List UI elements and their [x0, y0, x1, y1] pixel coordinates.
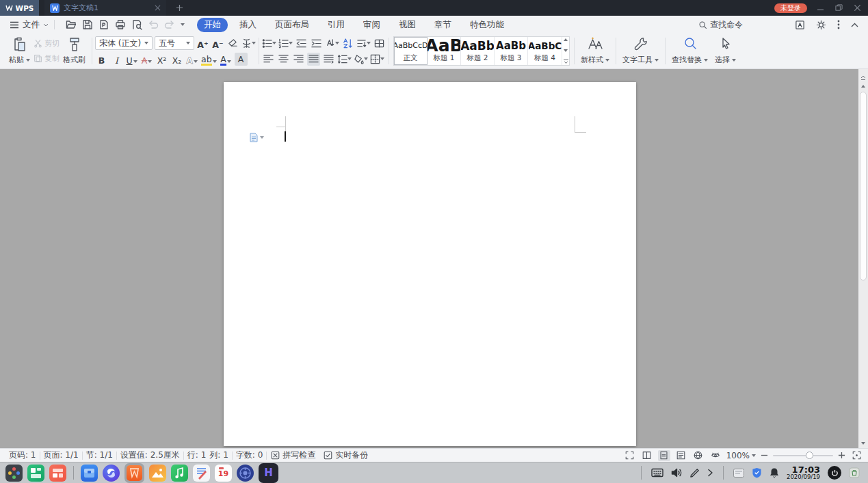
document-area[interactable] — [0, 69, 868, 448]
quickbar-customize-caret-icon[interactable] — [181, 23, 185, 26]
calendar-icon[interactable]: 19 — [215, 465, 232, 482]
line-spacing-button[interactable] — [337, 53, 352, 66]
bold-button[interactable]: B — [95, 53, 108, 66]
select-button[interactable]: 选择 — [711, 36, 739, 66]
web-view-button[interactable] — [692, 450, 705, 461]
styles-expand-icon[interactable] — [564, 60, 568, 64]
document-page[interactable] — [224, 82, 636, 446]
increase-indent-button[interactable] — [310, 37, 323, 50]
sort-button[interactable] — [341, 37, 354, 50]
text-effects-button[interactable]: A — [185, 53, 198, 66]
align-right-button[interactable] — [292, 53, 305, 66]
interface-settings-icon[interactable] — [795, 20, 805, 30]
book-view-button[interactable] — [641, 450, 653, 461]
tab-references[interactable]: 引用 — [321, 18, 352, 32]
zoom-in-icon[interactable] — [838, 452, 845, 459]
launcher-icon[interactable] — [5, 465, 23, 482]
app-h-dock[interactable]: H — [259, 463, 278, 483]
document-tab[interactable]: 文字文稿1 — [44, 0, 166, 16]
char-shading-button[interactable]: A — [235, 53, 248, 66]
strikethrough-button[interactable]: A — [140, 53, 153, 66]
align-center-button[interactable] — [277, 53, 290, 66]
show-marks-button[interactable] — [356, 37, 371, 50]
font-size-select[interactable]: 五号 — [155, 36, 194, 50]
text-tool-button[interactable]: 文字工具 — [619, 36, 662, 66]
format-painter-button[interactable]: 格式刷 — [60, 36, 89, 66]
shrink-font-button[interactable]: A⁻ — [211, 37, 224, 50]
export-pdf-icon[interactable] — [98, 19, 109, 30]
keyboard-tray-icon[interactable] — [651, 468, 663, 478]
font-color-button[interactable]: A — [220, 53, 233, 66]
login-status-badge[interactable]: 未登录 — [774, 3, 807, 13]
page-quick-button[interactable] — [250, 133, 264, 142]
italic-button[interactable]: I — [110, 53, 123, 66]
grow-font-button[interactable]: A⁺ — [196, 37, 209, 50]
wps-dock-active[interactable] — [124, 463, 144, 483]
save-icon[interactable] — [82, 19, 93, 30]
redo-icon[interactable] — [164, 19, 175, 30]
power-button[interactable] — [828, 466, 841, 480]
decrease-indent-button[interactable] — [295, 37, 308, 50]
fullscreen-view-button[interactable] — [624, 450, 636, 461]
tab-view[interactable]: 视图 — [392, 18, 423, 32]
style-heading1[interactable]: AaB 标题 1 — [428, 37, 461, 65]
style-heading2[interactable]: AaBb 标题 2 — [461, 37, 495, 65]
file-menu-button[interactable]: 文件 — [7, 19, 51, 31]
tab-setting-button[interactable] — [373, 37, 386, 50]
distribute-button[interactable] — [322, 53, 335, 66]
bullets-button[interactable] — [262, 37, 276, 50]
cut-button[interactable]: 剪切 — [34, 38, 60, 49]
styles-scroll-down-icon[interactable] — [564, 49, 568, 52]
more-icon[interactable] — [837, 20, 840, 29]
tab-insert[interactable]: 插入 — [233, 18, 263, 32]
page-view-button[interactable] — [658, 450, 670, 461]
zoom-level-button[interactable]: 100% — [726, 451, 756, 460]
copy-button[interactable]: 复制 — [34, 53, 60, 64]
wps-logo-button[interactable]: WPS — [0, 0, 39, 16]
print-preview-icon[interactable] — [131, 19, 142, 30]
security-shield-tray-icon[interactable] — [752, 467, 762, 478]
text-editor-icon[interactable] — [193, 465, 210, 482]
tab-section[interactable]: 章节 — [428, 18, 458, 32]
scroll-up-icon[interactable] — [861, 85, 865, 88]
eye-protect-button[interactable] — [709, 450, 722, 461]
scroll-previous-page-icon[interactable] — [860, 74, 867, 81]
open-file-icon[interactable] — [66, 19, 77, 30]
font-name-select[interactable]: 宋体 (正文) — [95, 36, 153, 50]
numbering-button[interactable] — [278, 37, 293, 50]
zoom-slider[interactable] — [773, 455, 833, 456]
new-tab-button[interactable] — [176, 1, 183, 14]
zoom-out-icon[interactable] — [761, 452, 768, 459]
phonetic-guide-button[interactable] — [241, 37, 256, 50]
text-direction-button[interactable] — [325, 37, 339, 50]
styles-scroll-up-icon[interactable] — [564, 38, 568, 41]
fit-page-button[interactable] — [850, 450, 863, 461]
screenshot-pen-tray-icon[interactable] — [689, 468, 700, 478]
align-left-button[interactable] — [262, 53, 275, 66]
tray-app-icon[interactable] — [733, 469, 744, 478]
spell-check-toggle[interactable]: 拼写检查 — [267, 449, 319, 461]
tab-review[interactable]: 审阅 — [356, 18, 387, 32]
highlight-color-button[interactable]: ab — [200, 53, 218, 66]
underline-button[interactable]: U — [125, 53, 138, 66]
style-heading3[interactable]: AaBb 标题 3 — [495, 37, 528, 65]
style-heading4[interactable]: AaBbC 标题 4 — [528, 37, 562, 65]
music-icon[interactable] — [171, 465, 188, 482]
recycle-bin-icon[interactable] — [849, 467, 860, 478]
tab-special-features[interactable]: 特色功能 — [463, 18, 511, 32]
find-command-button[interactable]: 查找命令 — [698, 19, 743, 31]
tab-close-icon[interactable] — [155, 5, 161, 11]
gear-icon[interactable] — [816, 20, 826, 30]
tab-home[interactable]: 开始 — [197, 18, 228, 32]
tray-expand-icon[interactable] — [707, 469, 713, 477]
close-window-icon[interactable] — [854, 4, 861, 12]
outline-view-button[interactable] — [675, 450, 687, 461]
volume-tray-icon[interactable] — [671, 468, 682, 478]
collapse-ribbon-icon[interactable] — [851, 23, 858, 27]
shading-button[interactable] — [354, 53, 368, 66]
file-manager-icon[interactable] — [81, 465, 98, 482]
print-icon[interactable] — [115, 19, 126, 30]
tab-page-layout[interactable]: 页面布局 — [268, 18, 316, 32]
minimize-icon[interactable] — [817, 4, 824, 12]
clear-format-button[interactable] — [226, 37, 239, 50]
